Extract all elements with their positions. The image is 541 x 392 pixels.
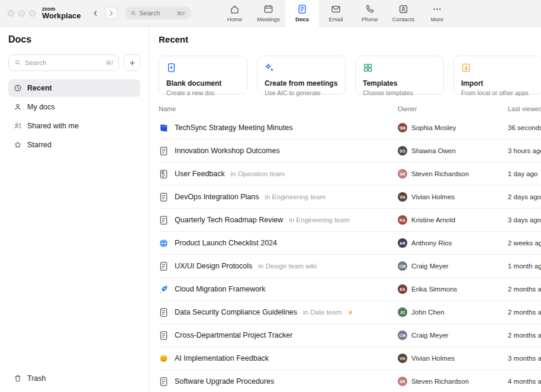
- doc-location: in Engineering team: [265, 193, 325, 200]
- last-viewed: 1 day ago: [508, 170, 541, 177]
- avatar: ES: [398, 284, 407, 294]
- tab-phone[interactable]: Phone: [353, 0, 387, 26]
- sidebar-item-recent[interactable]: Recent: [8, 79, 140, 97]
- owner-name: Vivian Holmes: [411, 193, 455, 200]
- trash-label: Trash: [27, 374, 46, 383]
- docs-search-input[interactable]: Search ⌘/: [8, 54, 119, 71]
- column-header-name: Name: [159, 105, 398, 112]
- doc-icon: [159, 146, 169, 156]
- owner-name: Shawna Owen: [411, 147, 456, 154]
- last-viewed: 3 months ago: [508, 355, 541, 362]
- global-search-input[interactable]: Search ⌘F: [125, 7, 191, 20]
- tab-contacts[interactable]: Contacts: [387, 0, 420, 26]
- sidebar: Docs Search ⌘/ Recent My docs Shared wit…: [0, 26, 149, 392]
- doc-title: UX/UI Design Protocols: [175, 262, 252, 270]
- meetings-icon: [263, 4, 273, 14]
- card-blank-document[interactable]: Blank document Create a new doc: [159, 56, 247, 95]
- table-row[interactable]: Innovation Workshop Outcomes SO Shawna O…: [159, 140, 541, 163]
- doc-title: User Feedback: [175, 170, 225, 178]
- tab-docs[interactable]: Docs: [285, 0, 319, 26]
- tab-label: More: [431, 16, 444, 22]
- blank-doc-icon: [166, 63, 176, 73]
- tab-label: Phone: [362, 16, 378, 22]
- templates-icon: [363, 63, 373, 73]
- card-subtitle: Create a new doc: [166, 89, 240, 96]
- tab-meetings[interactable]: Meetings: [252, 0, 285, 26]
- column-header-last-viewed: Last viewed: [508, 105, 541, 112]
- sparkle-icon: [265, 63, 275, 73]
- doc-icon: [159, 331, 169, 341]
- sidebar-item-label: My docs: [27, 103, 55, 111]
- table-row[interactable]: Quarterly Tech Roadmap Review in Enginee…: [159, 209, 541, 232]
- plus-icon: [128, 59, 136, 67]
- card-title: Import: [461, 79, 534, 88]
- tab-email[interactable]: Email: [319, 0, 353, 26]
- avatar: SO: [398, 146, 407, 155]
- tab-home[interactable]: Home: [218, 0, 252, 26]
- sidebar-item-trash[interactable]: Trash: [8, 370, 140, 387]
- back-button[interactable]: [89, 7, 102, 20]
- tab-label: Home: [227, 16, 242, 22]
- trash-icon: [14, 374, 22, 383]
- table-row[interactable]: Data Security Compliance Guidelines in D…: [159, 301, 541, 324]
- chevron-right-icon: [107, 9, 115, 17]
- sidebar-item-label: Recent: [27, 84, 52, 92]
- last-viewed: 2 weeks ago: [508, 239, 541, 247]
- owner-name: Vivian Holmes: [411, 355, 455, 362]
- globe-icon: [159, 238, 169, 248]
- rocket-icon: [159, 284, 169, 294]
- card-title: Blank document: [166, 79, 240, 88]
- tab-more[interactable]: More: [420, 0, 454, 26]
- main-content: Recent Blank document Create a new doc C…: [149, 26, 541, 392]
- card-create-from-meetings[interactable]: Create from meetings Use AIC to generate: [257, 56, 346, 95]
- table-row[interactable]: UX/UI Design Protocols in Design team wi…: [159, 255, 541, 278]
- card-templates[interactable]: Templates Choose templates: [355, 56, 444, 95]
- global-search-shortcut: ⌘F: [176, 10, 185, 17]
- search-icon: [14, 59, 21, 66]
- clock-icon: [14, 84, 22, 92]
- avatar: AR: [398, 238, 407, 248]
- sidebar-item-label: Shared with me: [27, 122, 79, 130]
- section-title: Recent: [159, 34, 541, 44]
- sidebar-item-my-docs[interactable]: My docs: [8, 98, 140, 116]
- topbar: zoom Workplace Search ⌘F Home Meetings D…: [0, 0, 541, 27]
- owner-name: Craig Meyer: [411, 332, 449, 339]
- minimize-window-button[interactable]: [18, 10, 25, 17]
- main-nav-tabs: Home Meetings Docs Email Phone Contacts …: [218, 0, 454, 26]
- forward-button[interactable]: [105, 7, 118, 20]
- table-row[interactable]: Cloud Migration Framework ES Erika Simmo…: [159, 278, 541, 301]
- brand-workplace: Workplace: [42, 12, 81, 20]
- doc-title: Innovation Workshop Outcomes: [175, 147, 280, 155]
- sidebar-item-shared-with-me[interactable]: Shared with me: [8, 117, 140, 135]
- last-viewed: 36 seconds ago: [508, 124, 541, 131]
- close-window-button[interactable]: [8, 10, 14, 17]
- more-icon: [432, 4, 442, 14]
- card-title: Templates: [363, 79, 436, 88]
- doc-title: Software Upgrade Procedures: [175, 377, 274, 385]
- doc-location: in Engineering team: [289, 216, 349, 223]
- sidebar-item-starred[interactable]: Starred: [8, 136, 140, 154]
- maximize-window-button[interactable]: [29, 10, 36, 17]
- last-viewed: 2 months ago: [508, 309, 541, 316]
- owner-name: Erika Simmons: [411, 286, 457, 293]
- tab-label: Email: [329, 16, 343, 22]
- table-row[interactable]: Product Launch Checklist 2024 AR Anthony…: [159, 232, 541, 255]
- table-row[interactable]: TechSync Strategy Meeting Minutes SM Sop…: [159, 116, 541, 140]
- avatar: JC: [398, 307, 407, 317]
- avatar: CM: [398, 331, 407, 340]
- new-doc-button[interactable]: [124, 54, 140, 71]
- table-row[interactable]: AI Implementation Feedback VH Vivian Hol…: [159, 347, 541, 370]
- table-row[interactable]: User Feedback in Operation team SR Steve…: [159, 163, 541, 186]
- doc-title: Data Security Compliance Guidelines: [175, 308, 297, 316]
- phone-icon: [365, 4, 375, 14]
- last-viewed: 1 month ago: [508, 263, 541, 270]
- sidebar-item-label: Starred: [27, 141, 51, 149]
- doc-location: in Design team wiki: [258, 263, 317, 270]
- owner-name: John Chen: [411, 309, 445, 316]
- doc-title: Product Launch Checklist 2024: [175, 239, 277, 247]
- card-import[interactable]: Import From local or other apps: [453, 56, 541, 95]
- table-row[interactable]: Software Upgrade Procedures SR Steven Ri…: [159, 370, 541, 392]
- star-icon: [14, 141, 22, 149]
- table-row[interactable]: DevOps Integration Plans in Engineering …: [159, 186, 541, 209]
- table-row[interactable]: Cross-Departmental Project Tracker CM Cr…: [159, 324, 541, 347]
